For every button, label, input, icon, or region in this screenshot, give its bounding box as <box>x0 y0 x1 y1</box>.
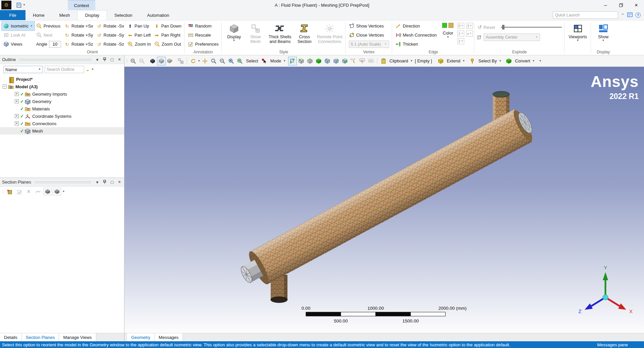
outline-search-input[interactable] <box>45 66 84 73</box>
zoom-out-tool-icon[interactable] <box>138 57 146 65</box>
assembly-center-combo[interactable]: Assembly Center▼ <box>484 34 540 41</box>
filter-vertices-icon[interactable] <box>288 57 297 65</box>
show-mesh-button[interactable]: Show Mesh <box>245 21 266 44</box>
tree-item-project[interactable]: Project* <box>0 76 124 83</box>
explode-slider[interactable] <box>499 24 563 30</box>
zoom-to-selection-icon[interactable] <box>236 57 244 65</box>
explode-reset-button[interactable]: ↺Reset <box>476 23 497 31</box>
panel-drag-area[interactable] <box>19 58 91 61</box>
cross-section-button[interactable]: Cross Section <box>294 21 315 44</box>
tab-geometry[interactable]: Geometry <box>127 333 155 341</box>
extend-icon[interactable] <box>437 57 445 65</box>
rescale-button[interactable]: Rescale <box>186 31 220 40</box>
show-whole-elements-button[interactable] <box>44 188 52 195</box>
tab-home[interactable]: Home <box>25 10 52 20</box>
shaded-exterior-icon[interactable] <box>157 57 165 65</box>
pan-up-button[interactable]: ⬆Pan Up <box>126 21 153 31</box>
isometric-button[interactable]: Isometric▼ <box>2 21 35 31</box>
close-vertices-button[interactable]: Close Vertices <box>347 31 391 40</box>
edge-color-button[interactable]: Color▼ <box>441 28 455 39</box>
rotate-plus-sz-button[interactable]: ↻Rotate +Sz <box>63 40 95 49</box>
edit-section-plane-button[interactable] <box>15 188 23 195</box>
clipboard-dropdown-icon[interactable]: ▼ <box>410 60 413 62</box>
thick-shells-button[interactable]: Thick Shells and Beams <box>266 21 294 44</box>
section-planes-pin-icon[interactable] <box>102 180 107 185</box>
section-planes-maximize-icon[interactable]: ▢ <box>109 180 115 184</box>
zoom-to-fit-icon[interactable] <box>227 57 235 65</box>
look-at-button[interactable]: Look At <box>2 31 35 40</box>
collapse-ribbon-icon[interactable]: ⌃ <box>621 13 625 18</box>
show-panes-button[interactable]: Show▼ <box>593 21 614 42</box>
pan-tool-icon[interactable] <box>201 57 209 65</box>
tree-item-connections[interactable]: + ✓ Connections <box>0 120 124 127</box>
geometry-expander[interactable]: + <box>15 99 19 103</box>
show-vertices-button[interactable]: Show Vertices <box>347 21 391 31</box>
box-zoom-tool-icon[interactable] <box>218 57 226 65</box>
outline-maximize-icon[interactable]: ▢ <box>109 57 115 62</box>
zoom-in-tool-icon[interactable] <box>129 57 137 65</box>
next-view-button[interactable]: Next <box>35 31 63 40</box>
tree-item-geometry[interactable]: + ✓ Geometry <box>0 98 124 105</box>
select-by-dropdown-icon[interactable]: ▼ <box>499 60 501 62</box>
tree-item-geometry-imports[interactable]: + ✓ Geometry Imports <box>0 90 124 98</box>
tree-item-coordinate-systems[interactable]: + ✓ Coordinate Systems <box>0 112 124 120</box>
tree-item-materials[interactable]: ✓ Materials <box>0 105 124 112</box>
mode-dropdown-icon[interactable]: ▼ <box>283 60 286 62</box>
help-icon[interactable]: ? <box>635 12 641 18</box>
rotate-tool-dropdown-icon[interactable]: ▼ <box>198 60 201 62</box>
clipboard-label[interactable]: Clipboard <box>388 58 410 63</box>
edge-display-0-button[interactable]: 0▼ <box>458 23 464 29</box>
zoom-in-button[interactable]: Zoom In <box>126 40 153 49</box>
outline-search-more-icon[interactable]: ▼ <box>91 68 94 71</box>
edge-display-2-button[interactable]: 2▼ <box>458 38 464 44</box>
tab-mesh[interactable]: Mesh <box>52 10 77 20</box>
restore-button[interactable] <box>613 0 629 10</box>
quick-access-dropdown-icon[interactable]: ▼ <box>23 4 25 6</box>
remote-point-connections-button[interactable]: Remote Point Connections <box>315 21 344 44</box>
rotate-minus-sz-button[interactable]: ↺Rotate -Sz <box>95 40 126 49</box>
display-style-dropdown-icon[interactable]: ▼ <box>233 39 235 42</box>
tab-section-planes[interactable]: Section Planes <box>22 333 59 341</box>
whats-new-icon[interactable] <box>627 12 633 18</box>
section-planes-more-icon[interactable]: ▼ <box>62 190 65 193</box>
quick-launch-input[interactable] <box>553 11 618 19</box>
filter-edges-icon[interactable] <box>297 57 305 65</box>
wireframe-cube-icon[interactable] <box>149 57 157 65</box>
convert-label[interactable]: Convert <box>514 58 532 63</box>
viewports-button[interactable]: Viewports▼ <box>566 21 590 42</box>
pan-down-button[interactable]: ⬇Pan Down <box>153 21 183 31</box>
connections-expander[interactable]: + <box>15 121 19 126</box>
toolbar-overflow-icon[interactable]: ▼ <box>539 60 542 62</box>
pan-right-button[interactable]: ➡Pan Right <box>153 31 183 40</box>
toolbar-drag-handle[interactable]: ⁞⁞ <box>2 190 5 194</box>
show-panes-dropdown-icon[interactable]: ▼ <box>602 39 605 42</box>
pan-left-button[interactable]: ⬅Pan Left <box>126 31 153 40</box>
extend-dropdown-icon[interactable]: ▼ <box>462 60 465 62</box>
rotate-minus-sy-button[interactable]: ↺Rotate -Sy <box>95 31 126 40</box>
thicken-button[interactable]: Thicken <box>394 40 438 49</box>
zoom-tool-icon[interactable] <box>210 57 218 65</box>
outline-close-icon[interactable]: ✕ <box>117 57 122 62</box>
viewports-dropdown-icon[interactable]: ▼ <box>577 39 579 42</box>
tab-messages[interactable]: Messages <box>155 333 183 341</box>
edge-display-x-button[interactable]: x▼ <box>466 31 473 37</box>
mode-cursor-icon[interactable] <box>260 57 268 65</box>
app-icon[interactable]: ⚙ <box>1 1 11 9</box>
panel-drag-area[interactable] <box>35 181 91 184</box>
display-adjust-icon[interactable] <box>166 57 174 65</box>
tab-selection[interactable]: Selection <box>107 10 140 20</box>
delete-section-plane-button[interactable]: ✕ <box>25 188 33 195</box>
mesh-connection-button[interactable]: Mesh Connection <box>394 31 438 40</box>
section-planes-menu-icon[interactable]: ▼ <box>95 180 100 184</box>
outline-pin-icon[interactable] <box>102 57 107 62</box>
max-tags-icon[interactable]: 100 <box>358 57 366 65</box>
select-by-label[interactable]: Select By <box>477 58 498 63</box>
geometry-viewport[interactable]: 0.00 1000.00 2000.00 (mm) 500.00 1500.00 <box>124 67 644 333</box>
edge-display-1-button[interactable]: 1▼ <box>458 31 464 37</box>
annotation-labels-icon[interactable]: Abc <box>367 57 375 65</box>
tab-details[interactable]: Details <box>0 333 22 341</box>
select-by-icon[interactable] <box>468 57 476 65</box>
show-capped-faces-button[interactable] <box>53 188 61 195</box>
preferences-button[interactable]: Preferences <box>186 40 220 49</box>
views-button[interactable]: Views <box>2 40 35 49</box>
